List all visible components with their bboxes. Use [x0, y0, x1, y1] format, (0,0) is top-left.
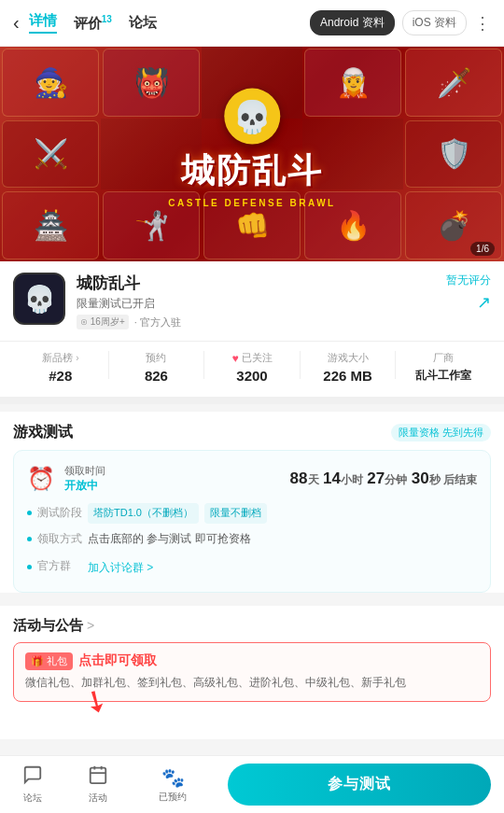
stat-reserve: 预约 826 [109, 351, 204, 384]
share-icon[interactable]: ↗ [477, 292, 491, 313]
nav-tabs: 详情 评价13 论坛 [29, 12, 310, 34]
top-nav: ‹ 详情 评价13 论坛 Android 资料 iOS 资料 ⋮ [0, 0, 504, 47]
reserve-icon: 🐾 [161, 766, 185, 789]
official-badge: · 官方入驻 [134, 315, 181, 329]
test-section: 游戏测试 限量资格 先到先得 ⏰ 领取时间 开放中 88天 14小时 27分钟 … [0, 412, 504, 593]
game-subtitle: 限量测试已开启 [77, 296, 435, 312]
skull-icon: 💀 [224, 89, 280, 145]
test-countdown: 88天 14小时 27分钟 30秒 后结束 [290, 470, 477, 488]
detail-group-label: 官方群 [37, 556, 82, 577]
test-time-label: 领取时间 [64, 464, 105, 478]
stat-size: 游戏大小 226 MB [301, 351, 396, 384]
forum-label: 论坛 [23, 792, 42, 805]
back-icon[interactable]: ‹ [13, 12, 20, 34]
stat-reserve-value: 826 [109, 368, 204, 384]
tab-review[interactable]: 评价13 [74, 14, 112, 33]
no-rating: 暂无评分 [446, 273, 491, 288]
age-badge: ⊙ 16周岁+ [77, 315, 129, 329]
char-cell-1: 🧙 [2, 49, 99, 117]
phase-tag-td: 塔防TD1.0（不删档） [88, 503, 199, 524]
android-platform-btn[interactable]: Android 资料 [310, 10, 395, 35]
test-card: ⏰ 领取时间 开放中 88天 14小时 27分钟 30秒 后结束 测试阶段 [13, 450, 491, 593]
stat-follow: ♥ 已关注 3200 [204, 351, 300, 384]
svg-rect-0 [91, 768, 106, 784]
test-clock-icon: ⏰ [27, 466, 55, 492]
game-info: 💀 城防乱斗 限量测试已开启 ⊙ 16周岁+ · 官方入驻 暂无评分 ↗ [0, 261, 504, 342]
bottom-bar: 论坛 活动 🐾 已预约 参与测试 [0, 755, 504, 813]
age-official: ⊙ 16周岁+ · 官方入驻 [77, 315, 435, 329]
game-banner: 🧙 👹 🧝 🗡️ ⚔️ 🛡️ 🏯 🤺 👊 🔥 💣 💀 城防乱斗 CASTLE D… [0, 47, 504, 261]
stat-rank: 新品榜 › #28 [13, 351, 108, 384]
game-icon: 💀 [13, 273, 65, 325]
gift-card-header: 🎁 礼包 点击即可领取 [25, 652, 479, 670]
test-top: ⏰ 领取时间 开放中 88天 14小时 27分钟 30秒 后结束 [27, 464, 477, 494]
test-time-info: 领取时间 开放中 [64, 464, 105, 494]
char-cell-9: 🛡️ [405, 120, 502, 189]
activity-title: 活动与公告 [13, 617, 83, 635]
test-detail-phase: 测试阶段 塔防TD1.0（不删档） 限量不删档 [27, 503, 477, 524]
activity-arrow-icon: > [87, 618, 94, 633]
phase-tag-nodel: 限量不删档 [204, 503, 267, 524]
test-phase-tags: 塔防TD1.0（不删档） 限量不删档 [88, 503, 267, 524]
join-group-link[interactable]: 加入讨论群 > [88, 558, 153, 579]
forum-nav-item[interactable]: 论坛 [0, 764, 65, 805]
game-name: 城防乱斗 [77, 273, 435, 294]
stat-follow-value: 3200 [204, 368, 300, 384]
gift-icon-box: 🎁 礼包 [25, 652, 73, 670]
gift-card-container: 🎁 礼包 点击即可领取 微信礼包、加群礼包、签到礼包、高级礼包、进阶礼包、中级礼… [0, 642, 504, 702]
gift-desc: 微信礼包、加群礼包、签到礼包、高级礼包、进阶礼包、中级礼包、新手礼包 [25, 674, 479, 692]
activity-section: 活动与公告 > 🎁 礼包 点击即可领取 微信礼包、加群礼包、签到礼包、高级礼包、… [0, 606, 504, 739]
test-section-badge: 限量资格 先到先得 [391, 424, 491, 442]
test-section-header: 游戏测试 限量资格 先到先得 [0, 412, 504, 450]
detail-dot-1 [27, 511, 32, 515]
game-text: 城防乱斗 限量测试已开启 ⊙ 16周岁+ · 官方入驻 [77, 273, 435, 329]
gift-card[interactable]: 🎁 礼包 点击即可领取 微信礼包、加群礼包、签到礼包、高级礼包、进阶礼包、中级礼… [13, 642, 491, 702]
join-test-button[interactable]: 参与测试 [228, 764, 491, 806]
test-detail-method: 领取方式 点击底部的 参与测试 即可抢资格 [27, 529, 477, 550]
stat-maker: 厂商 乱斗工作室 [396, 351, 491, 384]
gift-title: 点击即可领取 [78, 652, 157, 669]
test-section-title: 游戏测试 [13, 423, 73, 442]
stat-maker-value: 乱斗工作室 [396, 368, 491, 384]
activity-label: 活动 [89, 792, 107, 805]
banner-title-cn: 城防乱斗 [168, 148, 335, 194]
reserve-btn[interactable]: 🐾 已预约 [131, 766, 215, 804]
forum-icon [22, 764, 43, 790]
test-details: 测试阶段 塔防TD1.0（不删档） 限量不删档 领取方式 点击底部的 参与测试 … [27, 503, 477, 579]
ios-platform-btn[interactable]: iOS 资料 [402, 10, 467, 35]
test-detail-group: 官方群 加入讨论群 > [27, 554, 477, 579]
heart-icon: ♥ [231, 352, 238, 365]
reserve-label: 已预约 [159, 791, 187, 804]
activity-icon [88, 764, 108, 790]
tab-detail[interactable]: 详情 [29, 12, 57, 34]
spacer [0, 711, 504, 739]
detail-dot-3 [27, 565, 32, 569]
detail-dot-2 [27, 537, 32, 541]
more-options-icon[interactable]: ⋮ [474, 13, 491, 34]
char-cell-5: 🗡️ [405, 49, 502, 117]
stat-size-value: 226 MB [301, 368, 396, 384]
activity-nav-item[interactable]: 活动 [65, 764, 131, 805]
banner-title-en: CASTLE DEFENSE BRAWL [168, 198, 335, 208]
nav-right: Android 资料 iOS 资料 ⋮ [310, 10, 491, 35]
banner-indicator: 1/6 [470, 242, 495, 256]
activity-header[interactable]: 活动与公告 > [0, 606, 504, 642]
stat-rank-value: #28 [13, 368, 108, 384]
detail-method-value: 点击底部的 参与测试 即可抢资格 [88, 529, 251, 550]
share-icon-area: 暂无评分 ↗ [446, 273, 491, 313]
char-cell-6: ⚔️ [2, 120, 99, 189]
detail-phase-label: 测试阶段 [37, 503, 82, 524]
tab-forum[interactable]: 论坛 [129, 14, 157, 32]
char-cell-10: 🏯 [2, 191, 99, 259]
stats-row: 新品榜 › #28 预约 826 ♥ 已关注 3200 游戏大小 226 MB … [0, 342, 504, 404]
detail-method-label: 领取方式 [37, 529, 82, 550]
test-status: 开放中 [64, 478, 105, 494]
banner-overlay: 💀 城防乱斗 CASTLE DEFENSE BRAWL [168, 89, 335, 208]
